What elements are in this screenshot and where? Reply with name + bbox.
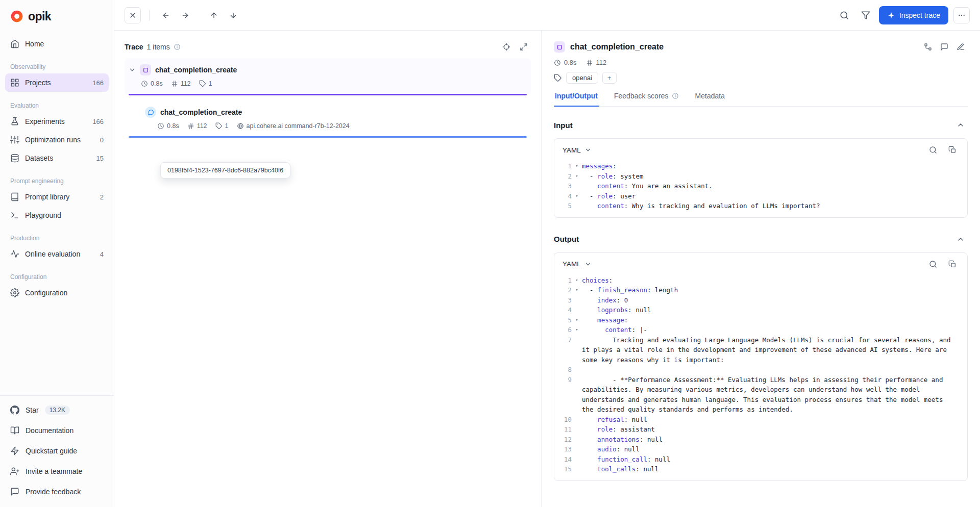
copy-icon	[948, 260, 957, 268]
trace-tree-item-root[interactable]: chat_completion_create 0.8s	[125, 58, 531, 95]
sidebar-item-prompt-library[interactable]: Prompt library 2	[5, 188, 109, 206]
expand-icon	[520, 43, 528, 51]
code-text: message:	[582, 315, 967, 325]
output-code-block: 1▾choices:2▾ - finish_reason: length3▾ i…	[554, 274, 967, 475]
sidebar-item-provide-feedback[interactable]: Provide feedback	[5, 481, 109, 502]
next-span-button[interactable]	[225, 7, 241, 23]
sidebar-item-count: 15	[96, 155, 104, 162]
filter-icon	[861, 11, 870, 20]
sidebar-item-experiments[interactable]: Experiments 166	[5, 112, 109, 131]
more-actions-button[interactable]	[953, 7, 970, 23]
line-number: 15	[554, 464, 572, 474]
book-open-icon	[10, 426, 19, 435]
prev-trace-button[interactable]	[158, 7, 174, 23]
code-text: content: Why is tracking and evaluation …	[582, 201, 967, 211]
globe-icon	[237, 122, 244, 130]
expand-tree-button[interactable]	[517, 40, 531, 54]
focus-selected-button[interactable]	[499, 40, 513, 54]
database-icon	[10, 154, 19, 163]
trace-tree-item-span[interactable]: chat_completion_create 0.8s	[125, 100, 531, 138]
input-section-header: Input	[554, 118, 968, 132]
collapse-input-button[interactable]	[953, 118, 968, 132]
trace-panel-title: Trace	[125, 43, 143, 51]
topbar-right: Inspect trace	[836, 6, 970, 24]
sidebar: opik Home Observability Projects 166 Eva…	[0, 0, 114, 507]
code-text: content: |-	[582, 325, 967, 335]
duration-meta: 0.8s	[554, 59, 577, 66]
fold-chevron-icon[interactable]: ▾	[572, 191, 582, 201]
format-select[interactable]: YAML	[560, 259, 594, 269]
tree-row: chat_completion_create	[129, 107, 527, 118]
code-text: - finish_reason: length	[582, 285, 967, 295]
sidebar-item-projects[interactable]: Projects 166	[5, 73, 109, 92]
code-text: role: assistant	[582, 424, 967, 435]
sidebar-item-online-evaluation[interactable]: Online evaluation 4	[5, 245, 109, 263]
search-in-code-button[interactable]	[927, 259, 939, 270]
sidebar-item-datasets[interactable]: Datasets 15	[5, 149, 109, 167]
sidebar-item-playground[interactable]: Playground	[5, 206, 109, 224]
trace-header-actions	[499, 40, 531, 54]
detail-actions	[921, 40, 968, 54]
tab-label: Metadata	[695, 92, 725, 100]
chevron-down-icon[interactable]	[129, 66, 136, 73]
span-nav-group	[206, 7, 241, 23]
search-in-code-button[interactable]	[927, 144, 939, 156]
edit-button[interactable]	[953, 40, 968, 54]
code-line: 5▾ content: Why is tracking and evaluati…	[554, 201, 967, 211]
line-number: 1	[554, 161, 572, 171]
sidebar-item-invite-teammate[interactable]: Invite a teammate	[5, 461, 109, 481]
code-text: index: 0	[582, 295, 967, 306]
github-star-button[interactable]: Star 13.2K	[5, 400, 109, 420]
fold-chevron-icon[interactable]: ▾	[572, 325, 582, 335]
sidebar-item-documentation[interactable]: Documentation	[5, 420, 109, 441]
format-select[interactable]: YAML	[560, 145, 594, 155]
add-tag-button[interactable]: +	[602, 72, 617, 84]
sidebar-item-quickstart-guide[interactable]: Quickstart guide	[5, 441, 109, 461]
fold-chevron-icon[interactable]: ▾	[572, 315, 582, 325]
fold-chevron-icon[interactable]: ▾	[572, 171, 582, 182]
trace-header: Trace 1 items	[125, 40, 531, 54]
sidebar-item-label: Configuration	[25, 289, 67, 297]
code-text: audio: null	[582, 444, 967, 454]
sidebar-item-label: Online evaluation	[25, 250, 80, 258]
trace-items-count: 1 items	[147, 43, 170, 51]
tab-input-output[interactable]: Input/Output	[554, 92, 599, 107]
opik-logo[interactable]: opik	[0, 0, 114, 33]
copy-code-button[interactable]	[947, 259, 958, 270]
sidebar-item-optimization-runs[interactable]: Optimization runs 0	[5, 131, 109, 149]
token-meta: 112	[171, 80, 191, 87]
prev-span-button[interactable]	[206, 7, 222, 23]
search-button[interactable]	[836, 7, 852, 23]
copy-icon	[948, 146, 957, 154]
close-button[interactable]	[125, 7, 141, 23]
line-number: 5	[554, 201, 572, 211]
tag-chip-openai[interactable]: openai	[566, 72, 598, 84]
code-text: - role: user	[582, 191, 967, 201]
fold-chevron-icon[interactable]: ▾	[572, 161, 582, 171]
fold-chevron-icon[interactable]: ▾	[572, 285, 582, 295]
card-actions	[927, 144, 961, 156]
code-line: 12▾ annotations: null	[554, 435, 967, 445]
filter-button[interactable]	[857, 7, 874, 23]
tab-feedback-scores[interactable]: Feedback scores	[613, 92, 680, 107]
sidebar-item-configuration[interactable]: Configuration	[5, 284, 109, 302]
next-trace-button[interactable]	[177, 7, 193, 23]
sidebar-item-home[interactable]: Home	[5, 35, 109, 53]
search-icon	[840, 11, 849, 20]
detail-title: chat_completion_create	[570, 42, 664, 52]
user-plus-icon	[10, 467, 19, 476]
tab-metadata[interactable]: Metadata	[694, 92, 726, 107]
collapse-output-button[interactable]	[953, 232, 968, 246]
add-comment-button[interactable]	[937, 40, 951, 54]
fold-chevron-icon[interactable]: ▾	[572, 275, 582, 286]
copy-code-button[interactable]	[947, 144, 958, 156]
inspect-trace-button[interactable]: Inspect trace	[879, 6, 948, 24]
code-line: 5▾ message:	[554, 315, 967, 325]
view-graph-button[interactable]	[921, 40, 935, 54]
section-header-production: Production	[5, 224, 109, 245]
sidebar-item-label: Optimization runs	[25, 136, 81, 144]
input-section-title: Input	[554, 121, 573, 130]
code-line: 4▾ - role: user	[554, 191, 967, 201]
tab-label: Feedback scores	[614, 92, 669, 100]
output-section-header: Output	[554, 232, 968, 246]
